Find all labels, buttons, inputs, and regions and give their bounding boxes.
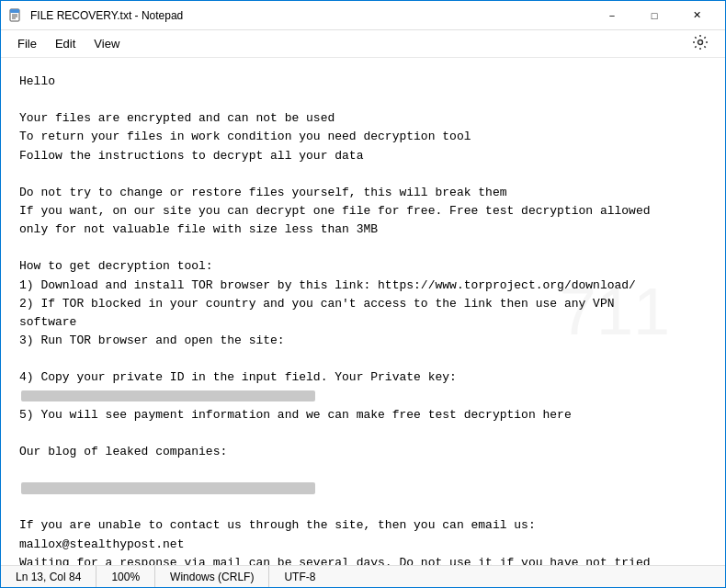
line-step1: 1) Download and install TOR browser by t… xyxy=(19,277,707,295)
line-waiting: Waiting for a response via mail can be s… xyxy=(19,554,707,565)
zoom-level: 100% xyxy=(96,566,155,587)
line-encrypted: Your files are encrypted and can not be … xyxy=(19,109,707,128)
svg-point-5 xyxy=(698,40,703,45)
close-button[interactable]: ✕ xyxy=(675,1,718,30)
menu-bar: File Edit View xyxy=(1,30,725,58)
line-step2: 2) If TOR blocked in your country and yo… xyxy=(19,295,707,313)
blank-line xyxy=(19,350,707,368)
line-step3: 3) Run TOR browser and open the site: xyxy=(19,332,707,350)
edit-menu[interactable]: Edit xyxy=(46,33,85,54)
cursor-position: Ln 13, Col 84 xyxy=(8,566,96,587)
redacted-url1 xyxy=(21,482,315,493)
title-bar: FILE RECOVERY.txt - Notepad − □ ✕ xyxy=(1,1,725,30)
text-content[interactable]: 711 Hello Your files are encrypted and c… xyxy=(1,58,725,565)
window-title: FILE RECOVERY.txt - Notepad xyxy=(30,9,591,22)
line-redacted-blog xyxy=(19,480,707,498)
line-only: only for not valuable file with size les… xyxy=(19,220,707,239)
line-ending: Windows (CRLF) xyxy=(155,566,269,587)
encoding: UTF-8 xyxy=(269,566,330,587)
status-bar: Ln 13, Col 84 100% Windows (CRLF) UTF-8 xyxy=(1,565,725,587)
maximize-button[interactable]: □ xyxy=(633,1,675,30)
gear-icon xyxy=(692,34,709,51)
blank-line xyxy=(19,498,707,516)
line-donot: Do not try to change or restore files yo… xyxy=(19,184,707,202)
svg-rect-1 xyxy=(10,9,19,13)
window-controls: − □ ✕ xyxy=(591,1,718,30)
blank-line xyxy=(19,165,707,184)
notepad-window: FILE RECOVERY.txt - Notepad − □ ✕ File E… xyxy=(0,0,726,588)
view-menu[interactable]: View xyxy=(85,33,129,54)
settings-button[interactable] xyxy=(683,30,718,57)
line-email: mallox@stealthypost.net xyxy=(19,536,707,554)
app-icon xyxy=(8,8,23,23)
blank-line xyxy=(19,91,707,109)
minimize-button[interactable]: − xyxy=(591,1,633,30)
line-how: How to get decryption tool: xyxy=(19,257,707,276)
line-step5: 5) You will see payment information and … xyxy=(19,406,707,424)
blank-line xyxy=(19,461,707,480)
greeting-line: Hello xyxy=(19,73,707,91)
line-unable: If you are unable to contact us through … xyxy=(19,516,707,535)
file-menu[interactable]: File xyxy=(8,33,46,54)
blank-line xyxy=(19,239,707,257)
line-software: software xyxy=(19,313,707,332)
line-blog: Our blog of leaked companies: xyxy=(19,443,707,461)
redacted-key xyxy=(21,390,315,401)
line-step4: 4) Copy your private ID in the input fie… xyxy=(19,368,707,405)
blank-line xyxy=(19,424,707,443)
line-follow: Follow the instructions to decrypt all y… xyxy=(19,147,707,165)
line-return: To return your files in work condition y… xyxy=(19,128,707,146)
line-ifyou: If you want, on our site you can decrypt… xyxy=(19,202,707,220)
